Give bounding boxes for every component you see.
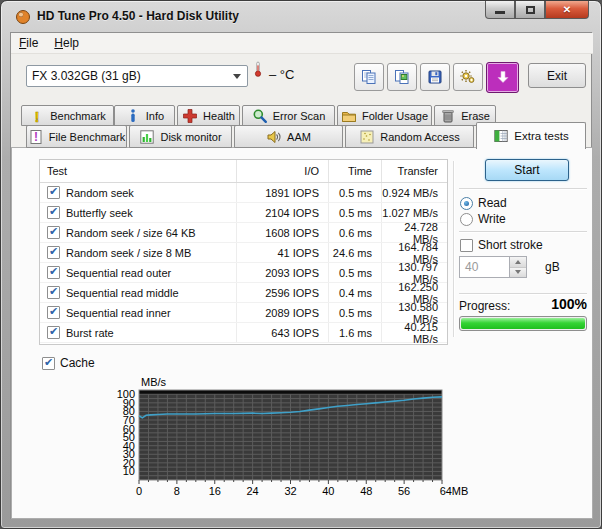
svg-text:48: 48 — [360, 485, 372, 497]
tab-error-scan[interactable]: Error Scan — [242, 105, 335, 126]
tab-label: AAM — [287, 131, 311, 143]
io-value: 41 IOPS — [236, 243, 328, 262]
stepper-down-button[interactable] — [510, 268, 526, 278]
read-radio[interactable] — [460, 197, 473, 210]
test-checkbox[interactable] — [47, 206, 60, 219]
short-stroke-checkbox[interactable] — [460, 239, 473, 252]
menu-file[interactable]: File — [11, 34, 46, 52]
tab-aam[interactable]: AAM — [234, 125, 343, 148]
test-name: Random seek — [66, 187, 134, 199]
folder-icon — [341, 108, 357, 124]
results-table: Test I/O Time Transfer Random seek1891 I… — [39, 159, 448, 345]
io-value: 643 IOPS — [236, 323, 328, 342]
svg-text:16: 16 — [209, 485, 221, 497]
window-title: HD Tune Pro 4.50 - Hard Disk Utility — [37, 9, 239, 23]
time-value: 0.5 ms — [328, 203, 381, 222]
save-button[interactable] — [420, 63, 450, 91]
transfer-value: 0.924 MB/s — [381, 183, 447, 202]
menu-help[interactable]: Help — [46, 34, 87, 52]
test-checkbox[interactable] — [47, 286, 60, 299]
tab-disk-monitor[interactable]: Disk monitor — [129, 125, 232, 148]
short-stroke-option[interactable]: Short stroke — [460, 238, 543, 252]
capacity-value: 40 — [460, 257, 509, 277]
svg-text:64MB: 64MB — [440, 485, 469, 497]
erase-icon — [440, 108, 456, 124]
screen-capture-button[interactable] — [486, 62, 519, 93]
io-value: 2104 IOPS — [236, 203, 328, 222]
maximize-button[interactable] — [515, 1, 545, 19]
stepper-up-button[interactable] — [510, 257, 526, 268]
drive-selector[interactable]: FX 3.032GB (31 gB) — [26, 65, 248, 87]
transfer-value: 130.580 MB/s — [381, 303, 447, 322]
cache-label: Cache — [60, 356, 95, 370]
close-button[interactable]: ✕ — [545, 1, 589, 19]
capacity-stepper[interactable]: 40 — [459, 256, 527, 278]
error-scan-icon — [252, 108, 268, 124]
copy-image-button[interactable] — [387, 63, 417, 91]
title-bar: HD Tune Pro 4.50 - Hard Disk Utility ✕ — [1, 1, 601, 32]
test-name: Burst rate — [66, 327, 114, 339]
tab-label: Benchmark — [50, 110, 106, 122]
file-benchmark-icon: ! — [28, 129, 44, 145]
cache-option[interactable]: Cache — [42, 356, 95, 370]
write-radio[interactable] — [460, 213, 473, 226]
time-value: 0.4 ms — [328, 283, 381, 302]
tab-info[interactable]: Info — [114, 105, 175, 126]
table-row: Random seek1891 IOPS0.5 ms0.924 MB/s — [40, 183, 447, 203]
write-option[interactable]: Write — [460, 212, 506, 226]
io-value: 2093 IOPS — [236, 263, 328, 282]
exit-button[interactable]: Exit — [528, 63, 586, 88]
copy-icon — [361, 69, 377, 85]
read-label: Read — [478, 196, 507, 210]
test-checkbox[interactable] — [47, 226, 60, 239]
divider — [459, 188, 587, 190]
test-checkbox[interactable] — [47, 266, 60, 279]
time-value: 1.6 ms — [328, 323, 381, 342]
svg-text:MB/s: MB/s — [141, 376, 167, 388]
test-checkbox[interactable] — [47, 326, 60, 339]
tab-file-benchmark[interactable]: !File Benchmark — [26, 125, 127, 148]
tab-label: Disk monitor — [160, 131, 221, 143]
tab-label: Random Access — [380, 131, 459, 143]
health-icon — [182, 108, 198, 124]
menu-bar: File Help — [11, 33, 593, 54]
extra-tests-icon — [493, 128, 509, 144]
copy-text-button[interactable] — [354, 63, 384, 91]
minimize-button[interactable] — [485, 1, 515, 19]
svg-text:100: 100 — [117, 388, 135, 400]
test-name: Sequential read outer — [66, 267, 171, 279]
save-icon — [427, 69, 443, 85]
read-option[interactable]: Read — [460, 196, 507, 210]
io-value: 1608 IOPS — [236, 223, 328, 242]
transfer-value: 164.784 MB/s — [381, 243, 447, 262]
cache-speed-chart: MB/s102030405060708090100081624324048566… — [99, 373, 491, 507]
column-header-test: Test — [40, 165, 236, 177]
copy-image-icon — [394, 69, 410, 85]
tab-random-access[interactable]: Random Access — [345, 125, 474, 148]
disk-monitor-icon — [139, 129, 155, 145]
test-name: Sequential read middle — [66, 287, 179, 299]
options-icon — [460, 69, 476, 85]
capture-icon — [495, 69, 511, 85]
tab-label: File Benchmark — [49, 131, 125, 143]
test-checkbox[interactable] — [47, 186, 60, 199]
options-button[interactable] — [453, 63, 483, 91]
svg-text:32: 32 — [284, 485, 296, 497]
tab-label: Extra tests — [514, 130, 568, 142]
tab-extra-tests[interactable]: Extra tests — [476, 122, 586, 149]
start-button[interactable]: Start — [485, 159, 569, 181]
test-checkbox[interactable] — [47, 246, 60, 259]
test-name: Sequential read inner — [66, 307, 171, 319]
tab-folder-usage[interactable]: Folder Usage — [337, 105, 432, 126]
io-value: 2089 IOPS — [236, 303, 328, 322]
svg-text:8: 8 — [174, 485, 180, 497]
svg-text:0: 0 — [136, 485, 142, 497]
tab-label: Info — [146, 110, 164, 122]
tab-health[interactable]: Health — [177, 105, 240, 126]
test-checkbox[interactable] — [47, 306, 60, 319]
cache-checkbox[interactable] — [42, 357, 55, 370]
tab-benchmark[interactable]: !Benchmark — [21, 105, 114, 126]
aam-icon — [266, 129, 282, 145]
svg-text:40: 40 — [322, 485, 334, 497]
tab-label: Error Scan — [273, 110, 326, 122]
